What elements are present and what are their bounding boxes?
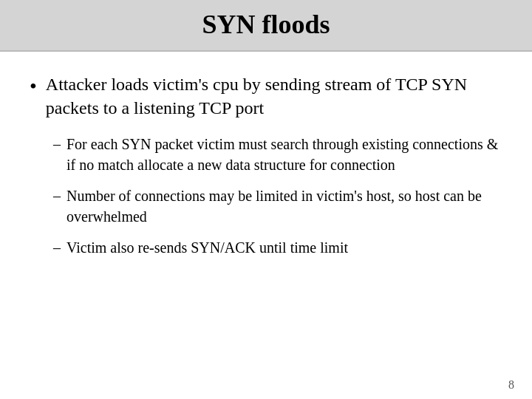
sub-bullet-1: – For each SYN packet victim must search… — [53, 134, 502, 175]
sub-bullet-2: – Number of connections may be limited i… — [53, 185, 502, 227]
main-bullet: • Attacker loads victim's cpu by sending… — [30, 72, 502, 120]
sub-bullet-dash-2: – — [53, 185, 61, 206]
main-bullet-text: Attacker loads victim's cpu by sending s… — [46, 72, 502, 120]
slide-footer: 8 — [508, 378, 514, 392]
slide-header: SYN floods — [0, 0, 532, 52]
bullet-dot: • — [30, 74, 37, 99]
sub-bullet-text-1: For each SYN packet victim must search t… — [66, 134, 502, 175]
sub-bullets-list: – For each SYN packet victim must search… — [30, 134, 502, 258]
sub-bullet-3: – Victim also re-sends SYN/ACK until tim… — [53, 237, 502, 258]
slide-content: • Attacker loads victim's cpu by sending… — [0, 52, 532, 399]
sub-bullet-text-3: Victim also re-sends SYN/ACK until time … — [66, 237, 348, 258]
slide: SYN floods • Attacker loads victim's cpu… — [0, 0, 532, 399]
sub-bullet-dash-3: – — [53, 237, 61, 258]
slide-title: SYN floods — [202, 10, 330, 39]
page-number: 8 — [508, 378, 514, 391]
sub-bullet-text-2: Number of connections may be limited in … — [66, 185, 502, 227]
sub-bullet-dash-1: – — [53, 134, 61, 154]
